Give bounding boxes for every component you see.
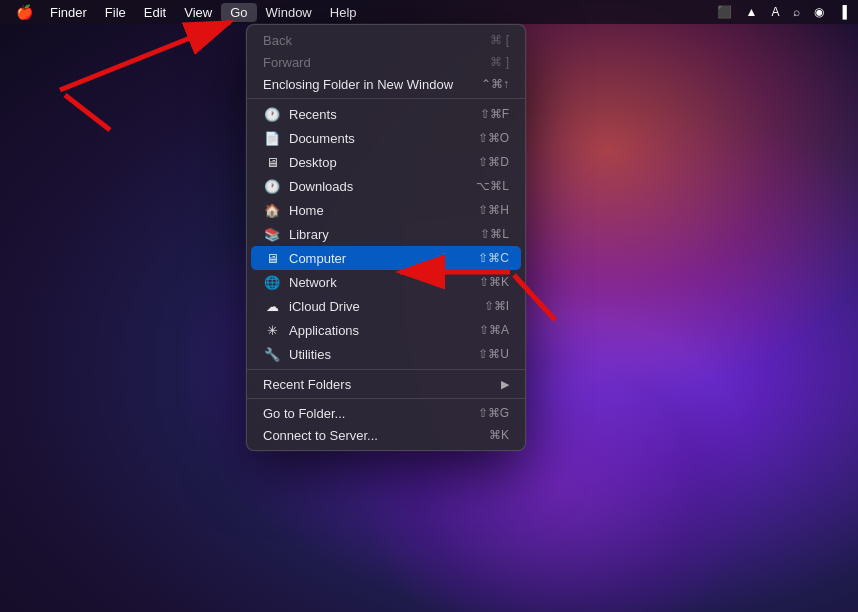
menu-item-applications[interactable]: ✳ Applications ⇧⌘A: [247, 318, 525, 342]
menubar-go[interactable]: Go: [221, 3, 256, 22]
keyboard-icon[interactable]: A: [768, 5, 782, 19]
desktop-icon: 🖥: [263, 153, 281, 171]
menubar-help[interactable]: Help: [321, 3, 366, 22]
menubar-finder[interactable]: Finder: [41, 3, 96, 22]
home-icon: 🏠: [263, 201, 281, 219]
menu-item-enclosing-folder[interactable]: Enclosing Folder in New Window ⌃⌘↑: [247, 73, 525, 95]
library-icon: 📚: [263, 225, 281, 243]
battery-icon[interactable]: ▐: [835, 5, 850, 19]
submenu-arrow-icon: ▶: [501, 378, 509, 391]
menu-divider-2: [247, 369, 525, 370]
menu-divider-3: [247, 398, 525, 399]
menu-item-recent-folders[interactable]: Recent Folders ▶: [247, 373, 525, 395]
menubar-window[interactable]: Window: [257, 3, 321, 22]
menubar-file[interactable]: File: [96, 3, 135, 22]
recents-icon: 🕐: [263, 105, 281, 123]
menu-item-forward[interactable]: Forward ⌘ ]: [247, 51, 525, 73]
downloads-icon: 🕐: [263, 177, 281, 195]
icloud-icon: ☁: [263, 297, 281, 315]
documents-icon: 📄: [263, 129, 281, 147]
menu-divider-1: [247, 98, 525, 99]
applications-icon: ✳: [263, 321, 281, 339]
menu-item-downloads[interactable]: 🕐 Downloads ⌥⌘L: [247, 174, 525, 198]
menu-item-utilities[interactable]: 🔧 Utilities ⇧⌘U: [247, 342, 525, 366]
siri-icon[interactable]: ◉: [811, 5, 827, 19]
computer-icon: 🖥: [263, 249, 281, 267]
apple-menu[interactable]: 🍎: [8, 2, 41, 22]
go-menu-dropdown: Back ⌘ [ Forward ⌘ ] Enclosing Folder in…: [246, 24, 526, 451]
menu-item-documents[interactable]: 📄 Documents ⇧⌘O: [247, 126, 525, 150]
menu-item-desktop[interactable]: 🖥 Desktop ⇧⌘D: [247, 150, 525, 174]
menu-item-home[interactable]: 🏠 Home ⇧⌘H: [247, 198, 525, 222]
menubar-view[interactable]: View: [175, 3, 221, 22]
wifi-icon[interactable]: ▲: [743, 5, 761, 19]
network-icon: 🌐: [263, 273, 281, 291]
menu-item-recents[interactable]: 🕐 Recents ⇧⌘F: [247, 102, 525, 126]
menubar: 🍎 Finder File Edit View Go Window Help ⬛…: [0, 0, 858, 24]
menu-item-library[interactable]: 📚 Library ⇧⌘L: [247, 222, 525, 246]
menu-item-computer[interactable]: 🖥 Computer ⇧⌘C: [251, 246, 521, 270]
menubar-edit[interactable]: Edit: [135, 3, 175, 22]
menu-item-goto-folder[interactable]: Go to Folder... ⇧⌘G: [247, 402, 525, 424]
control-center-icon[interactable]: ⬛: [714, 5, 735, 19]
menubar-right: ⬛ ▲ A ⌕ ◉ ▐: [714, 5, 850, 19]
menu-item-back[interactable]: Back ⌘ [: [247, 29, 525, 51]
utilities-icon: 🔧: [263, 345, 281, 363]
menu-item-connect-server[interactable]: Connect to Server... ⌘K: [247, 424, 525, 446]
menu-item-network[interactable]: 🌐 Network ⇧⌘K: [247, 270, 525, 294]
menubar-left: 🍎 Finder File Edit View Go Window Help: [8, 2, 366, 22]
search-icon[interactable]: ⌕: [790, 5, 803, 19]
menu-item-icloud[interactable]: ☁ iCloud Drive ⇧⌘I: [247, 294, 525, 318]
